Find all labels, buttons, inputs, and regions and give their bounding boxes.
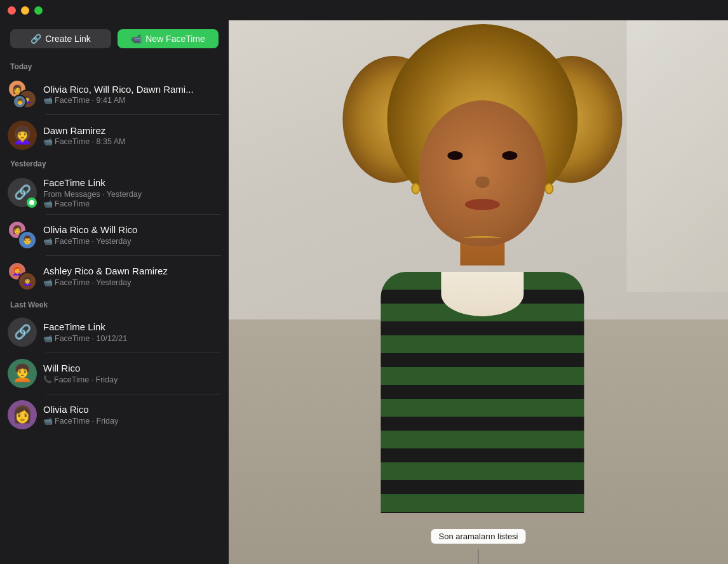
minimize-button[interactable] — [21, 6, 29, 15]
message-badge-dot — [29, 200, 34, 205]
call-sub-1: 📹 FaceTime · 9:41 AM — [43, 96, 221, 105]
section-last-week: Last Week 🔗 FaceTime Link 📹 FaceTime · 1… — [0, 297, 229, 435]
avatar-link-2: 🔗 — [8, 318, 37, 347]
call-info-2: Dawn Ramirez 📹 FaceTime · 8:35 AM — [43, 124, 221, 147]
call-subtitle-8: FaceTime · Friday — [55, 417, 118, 426]
video-camera-icon: 📹 — [131, 34, 142, 44]
create-link-label: Create Link — [45, 34, 91, 44]
left-earring — [411, 183, 420, 194]
avatar-will: 👨 — [13, 95, 27, 109]
call-item-facetime-link-week[interactable]: 🔗 FaceTime Link 📹 FaceTime · 10/12/21 — [0, 312, 229, 352]
video-icon-1: 📹 — [43, 96, 53, 105]
call-info-8: Olivia Rico 📹 FaceTime · Friday — [43, 403, 221, 426]
window-light — [626, 20, 728, 292]
video-icon-8: 📹 — [43, 417, 53, 426]
person-figure — [381, 138, 584, 564]
video-icon-6: 📹 — [43, 334, 53, 343]
call-sub-4: 📹 FaceTime · Yesterday — [43, 237, 221, 246]
new-facetime-button[interactable]: 📹 New FaceTime — [118, 29, 219, 48]
call-sub-2: 📹 FaceTime · 8:35 AM — [43, 137, 221, 146]
call-subtitle-3a: From Messages · Yesterday — [43, 190, 142, 199]
close-button[interactable] — [8, 6, 16, 15]
call-name-2: Dawn Ramirez — [43, 124, 221, 137]
avatar-dawn-single: 👩‍🦱 — [8, 121, 37, 150]
create-link-button[interactable]: 🔗 Create Link — [10, 29, 111, 48]
head — [419, 100, 546, 246]
call-info-5: Ashley Rico & Dawn Ramirez 📹 FaceTime · … — [43, 265, 221, 287]
call-name-5: Ashley Rico & Dawn Ramirez — [43, 265, 221, 278]
video-icon-2: 📹 — [43, 137, 53, 146]
call-sub-6: 📹 FaceTime · 10/12/21 — [43, 334, 221, 343]
avatar-group-1: 👩 👩‍🦱 👨 — [8, 79, 37, 109]
call-name-3: FaceTime Link — [43, 177, 221, 189]
left-eye — [447, 151, 462, 160]
call-name-7: Will Rico — [43, 362, 221, 375]
nose — [475, 177, 489, 188]
call-info-1: Olivia Rico, Will Rico, Dawn Rami... 📹 F… — [43, 83, 221, 105]
title-bar — [0, 0, 728, 20]
call-info-7: Will Rico 📞 FaceTime · Friday — [43, 362, 221, 384]
section-header-last-week: Last Week — [0, 297, 229, 312]
lips — [465, 199, 500, 210]
camera-view: Son aramaların listesi — [229, 20, 728, 564]
call-subtitle-1: FaceTime · 9:41 AM — [55, 96, 125, 105]
necklace — [463, 236, 501, 240]
call-info-3: FaceTime Link From Messages · Yesterday … — [43, 177, 221, 208]
call-item-dawn[interactable]: 👩‍🦱 Dawn Ramirez 📹 FaceTime · 8:35 AM — [0, 115, 229, 156]
avatar-dawn-2: 👩‍🦱 — [18, 272, 37, 291]
call-sub-3a: From Messages · Yesterday — [43, 190, 221, 199]
toolbar: 🔗 Create Link 📹 New FaceTime — [0, 20, 229, 58]
call-item-olivia-will-dawn[interactable]: 👩 👩‍🦱 👨 Olivia Rico, Will Rico, Dawn Ram… — [0, 74, 229, 114]
call-sub-3b: 📹 FaceTime — [43, 199, 221, 208]
call-item-ashley-dawn[interactable]: 👩‍🦰 👩‍🦱 Ashley Rico & Dawn Ramirez 📹 Fac… — [0, 256, 229, 297]
call-subtitle-6: FaceTime · 10/12/21 — [55, 334, 127, 343]
tooltip-box: Son aramaların listesi — [431, 529, 526, 544]
section-today: Today 👩 👩‍🦱 👨 Olivia Rico, Will Rico, Da… — [0, 58, 229, 156]
call-info-6: FaceTime Link 📹 FaceTime · 10/12/21 — [43, 321, 221, 343]
call-info-4: Olivia Rico & Will Rico 📹 FaceTime · Yes… — [43, 224, 221, 246]
call-sub-5: 📹 FaceTime · Yesterday — [43, 278, 221, 287]
main-layout: 🔗 Create Link 📹 New FaceTime Today 👩 👩‍🦱… — [0, 20, 728, 564]
right-earring — [544, 183, 553, 194]
avatar-group-3: 👩‍🦰 👩‍🦱 — [8, 262, 37, 291]
torso — [381, 272, 584, 513]
video-icon-4: 📹 — [43, 237, 53, 246]
section-yesterday: Yesterday 🔗 FaceTime Link From Messages … — [0, 156, 229, 297]
link-icon: 🔗 — [30, 34, 41, 44]
camera-scene: Son aramaların listesi — [229, 20, 728, 564]
traffic-lights — [8, 6, 43, 15]
call-sub-8: 📹 FaceTime · Friday — [43, 417, 221, 426]
tooltip-area: Son aramaların listesi — [431, 529, 526, 564]
avatar-group-2: 👩 👨 — [8, 220, 37, 250]
call-item-will[interactable]: 🧑‍🦱 Will Rico 📞 FaceTime · Friday — [0, 353, 229, 394]
maximize-button[interactable] — [34, 6, 43, 15]
call-subtitle-7: FaceTime · Friday — [54, 375, 118, 384]
tooltip-text: Son aramaların listesi — [439, 532, 518, 541]
avatar-will-2: 👨 — [18, 231, 37, 250]
call-sub-7: 📞 FaceTime · Friday — [43, 375, 221, 384]
right-eye — [502, 151, 517, 160]
call-name-6: FaceTime Link — [43, 321, 221, 333]
section-header-today: Today — [0, 58, 229, 74]
call-name-1: Olivia Rico, Will Rico, Dawn Rami... — [43, 83, 221, 96]
shirt-collar — [441, 272, 523, 316]
sidebar: 🔗 Create Link 📹 New FaceTime Today 👩 👩‍🦱… — [0, 20, 229, 564]
avatar-will-single: 🧑‍🦱 — [8, 359, 37, 388]
call-name-8: Olivia Rico — [43, 403, 221, 416]
video-icon-3: 📹 — [43, 199, 53, 208]
call-subtitle-3b: FaceTime — [55, 199, 90, 208]
avatar-olivia-single: 👩 — [8, 400, 37, 429]
call-subtitle-5: FaceTime · Yesterday — [55, 278, 131, 287]
call-subtitle-4: FaceTime · Yesterday — [55, 237, 131, 246]
phone-icon-7: 📞 — [43, 375, 52, 384]
call-name-4: Olivia Rico & Will Rico — [43, 224, 221, 236]
new-facetime-label: New FaceTime — [145, 34, 205, 44]
call-item-olivia[interactable]: 👩 Olivia Rico 📹 FaceTime · Friday — [0, 394, 229, 435]
video-icon-5: 📹 — [43, 278, 53, 287]
call-subtitle-2: FaceTime · 8:35 AM — [55, 137, 125, 146]
message-badge — [27, 198, 37, 208]
call-item-olivia-will[interactable]: 👩 👨 Olivia Rico & Will Rico 📹 FaceTime ·… — [0, 215, 229, 255]
tooltip-line — [478, 549, 479, 564]
section-header-yesterday: Yesterday — [0, 156, 229, 171]
call-item-facetime-link-yesterday[interactable]: 🔗 FaceTime Link From Messages · Yesterda… — [0, 171, 229, 214]
